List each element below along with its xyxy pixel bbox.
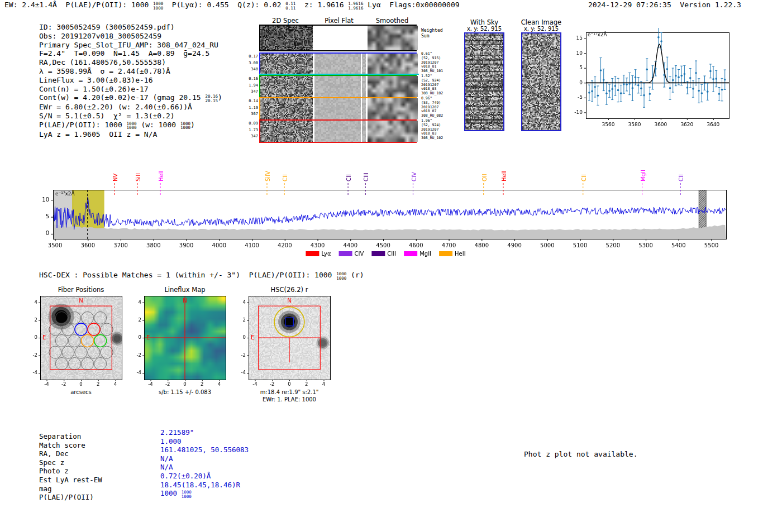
info-line: S/N = 5.1(±0.5) χ² = 1.3(±0.2) bbox=[39, 112, 222, 121]
stacked-fraction: 10001000 bbox=[180, 122, 190, 130]
text-segment: N/A bbox=[160, 463, 173, 471]
pixelflat-image bbox=[314, 76, 366, 97]
col-title-pixelflat: Pixel Flat bbox=[312, 17, 366, 25]
clean-coords: x, y: 52, 915 bbox=[516, 26, 566, 32]
smoothed-image bbox=[368, 76, 418, 97]
fiber-positions-plot bbox=[28, 294, 134, 388]
text-segment: 161.481025, 50.556083 bbox=[160, 445, 249, 454]
text-segment: λ = 3598.99Å σ = 2.44(±0.78)Å bbox=[39, 67, 170, 75]
detection-info-block: ID: 3005052459 (3005052459.pdf)Obs: 2019… bbox=[39, 23, 222, 139]
match-value: 18.45(18.45,18.46)R bbox=[160, 481, 249, 490]
header-timestamp-version: 2024-12-29 07:26:35 Version 1.22.3 bbox=[588, 1, 741, 9]
hsc-dex-match-line: HSC-DEX : Possible Matches = 1 (within +… bbox=[39, 271, 364, 280]
info-line: Cont(n) = 1.50(±0.26)e-17 bbox=[39, 85, 222, 94]
text-segment: EWr = 6.80(±2.20) (w: 2.40(±0.66))Å bbox=[39, 103, 192, 111]
text-segment: 0.72(±0.20)Å bbox=[160, 472, 211, 480]
fiber-weight-values: 0.17 3.00 348 bbox=[242, 54, 258, 73]
lineflux-map-title: Lineflux Map bbox=[132, 286, 238, 294]
info-line: λ = 3598.99Å σ = 2.44(±0.78)Å bbox=[39, 67, 222, 76]
text-segment: (r) bbox=[346, 271, 364, 279]
stacked-fraction: 10001000 bbox=[127, 122, 137, 130]
text-segment: Cont(w) = 4.20(±0.02)e-17 (gmag 20.15 bbox=[39, 93, 205, 102]
fiber-id-labels: 1.52" (52, 924) 20191207 v018_03 308_RU_… bbox=[421, 74, 443, 96]
smoothed-image bbox=[368, 54, 418, 75]
text-segment: Obs: 20191207v018_3005052459 bbox=[39, 32, 161, 40]
cyan-marker-line bbox=[259, 74, 419, 75]
text-segment: ) bbox=[218, 93, 222, 102]
stacked-fraction: 10001000 bbox=[182, 490, 192, 499]
info-line: ID: 3005052459 (3005052459.pdf) bbox=[39, 23, 222, 32]
text-segment: Cont(n) = 1.50(±0.26)e-17 bbox=[39, 85, 149, 93]
col-title-smoothed: Smoothed bbox=[366, 17, 418, 25]
pixelflat-image bbox=[314, 98, 366, 119]
text-segment: LineFlux = 3.00(±0.83)e-16 bbox=[39, 76, 153, 84]
fiber-positions-title: Fiber Positions bbox=[28, 286, 134, 294]
match-key: Match score bbox=[39, 441, 102, 450]
spec2d-image bbox=[260, 26, 313, 50]
text-segment: N/A bbox=[160, 454, 173, 463]
text-segment: Primary Spec_Slot_IFU_AMP: 308_047_024_R… bbox=[39, 41, 218, 49]
match-key: P(LAE)/P(OII) bbox=[39, 493, 102, 502]
text-segment: S/N = 5.1(±0.5) χ² = 1.3(±0.2) bbox=[39, 112, 175, 120]
info-line: P(LAE)/P(OII): 1000 10001000 (w: 1000 10… bbox=[39, 121, 222, 130]
text-segment: 1.000 bbox=[160, 437, 182, 445]
info-line: EWr = 6.80(±2.20) (w: 2.40(±0.66))Å bbox=[39, 103, 222, 112]
hsc-cutout-title: HSC(26.2) r bbox=[236, 286, 342, 294]
hsc-xlabel: m:18.4 re:1.9" s:2.1" bbox=[236, 389, 342, 395]
withsky-image bbox=[464, 32, 504, 131]
stacked-fraction: 0.110.11 bbox=[285, 2, 295, 10]
match-key: RA, Dec bbox=[39, 449, 102, 458]
match-table-keys: SeparationMatch scoreRA, DecSpec zPhoto … bbox=[39, 432, 102, 502]
match-value: 0.72(±0.20)Å bbox=[160, 472, 249, 481]
text-segment: (w: 1000 bbox=[137, 121, 180, 129]
fiber-xlabel: arcsecs bbox=[28, 389, 134, 395]
withsky-title: With Sky bbox=[459, 18, 509, 26]
fiber-id-labels: 1.96" (52, 924) 20191207 v018_03 308_RU_… bbox=[421, 119, 443, 141]
withsky-coords: x, y: 52, 915 bbox=[459, 26, 509, 32]
match-value: N/A bbox=[160, 454, 249, 463]
pixelflat-image bbox=[314, 121, 366, 142]
spec2d-image bbox=[260, 76, 313, 97]
text-segment: HSC-DEX : Possible Matches = 1 (within +… bbox=[39, 271, 336, 279]
match-value: 1000 10001000 bbox=[160, 489, 249, 499]
info-line: LyA z = 1.9605 OII z = N/A bbox=[39, 130, 222, 139]
info-line: Cont(w) = 4.20(±0.02)e-17 (gmag 20.15 20… bbox=[39, 93, 222, 103]
spec2d-fiber-row bbox=[259, 52, 417, 76]
match-value: N/A bbox=[160, 463, 249, 472]
info-line: F=2.4" T=0.090 N̄=1.45 A=0.89 ḡ=24.5 bbox=[39, 49, 222, 58]
pixelflat-image bbox=[314, 26, 366, 50]
text-segment: F=2.4" T=0.090 N̄=1.45 A=0.89 ḡ=24.5 bbox=[39, 49, 209, 57]
spec2d-fiber-row bbox=[259, 75, 417, 98]
full-spectrum-plot bbox=[31, 164, 740, 261]
text-segment: RA,Dec (161.480576,50.555538) bbox=[39, 58, 166, 66]
info-line: Obs: 20191207v018_3005052459 bbox=[39, 32, 222, 41]
text-segment: 18.45(18.45,18.46)R bbox=[160, 481, 240, 489]
stacked-fraction: 1.96161.9616 bbox=[348, 2, 363, 10]
text-segment: P(LAE)/P(OII): 1000 bbox=[39, 121, 127, 129]
stacked-fraction: 20.1620.15 bbox=[205, 94, 218, 103]
pixelflat-image bbox=[314, 54, 366, 75]
match-key: Spec z bbox=[39, 458, 102, 467]
stacked-fraction: 10001000 bbox=[153, 2, 163, 10]
smoothed-image bbox=[368, 26, 418, 50]
smoothed-image bbox=[368, 121, 418, 142]
info-line: Primary Spec_Slot_IFU_AMP: 308_047_024_R… bbox=[39, 41, 222, 50]
smoothed-image bbox=[368, 98, 418, 119]
photz-note: Phot z plot not available. bbox=[524, 450, 638, 459]
line-fit-plot bbox=[567, 28, 735, 134]
header-summary: EW: 2.4±1.4Å P(LAE)/P(OII): 1000 1000100… bbox=[4, 1, 460, 10]
col-title-2dspec: 2D Spec bbox=[258, 17, 313, 25]
match-value: 1.000 bbox=[160, 437, 249, 446]
spec2d-image bbox=[260, 54, 313, 75]
weighted-sum-label: Weighted Sum bbox=[421, 28, 443, 39]
clean-image bbox=[521, 32, 561, 131]
match-value: 2.21589" bbox=[160, 428, 249, 437]
spec2d-fiber-row bbox=[259, 97, 417, 121]
match-table-values: 2.21589"1.000161.481025, 50.556083N/AN/A… bbox=[160, 428, 249, 499]
match-key: mag bbox=[39, 485, 102, 493]
info-line: LineFlux = 3.00(±0.83)e-16 bbox=[39, 76, 222, 85]
text-segment: P(Lyα): 0.455 Q(z): 0.02 bbox=[163, 1, 285, 9]
lineflux-xlabel: s/b: 1.15 +/- 0.083 bbox=[132, 389, 238, 395]
match-key: Separation bbox=[39, 432, 102, 441]
text-segment: Lyα Flags:0x00000009 bbox=[363, 1, 459, 9]
